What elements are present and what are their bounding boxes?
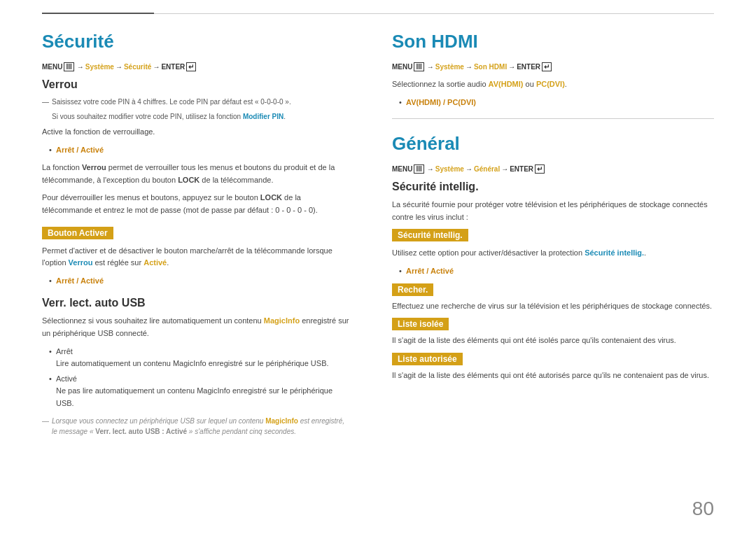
son-hdmi-menu-icon: III — [414, 62, 424, 71]
son-hdmi-menu-path: MENU III → Système → Son HDMI → ENTER ↵ — [392, 62, 714, 71]
magicinfo-link3: MagicInfo — [197, 386, 230, 395]
liste-isolee-desc: Il s'agit de la liste des éléments qui o… — [392, 335, 714, 347]
bouton-activer-bullets: Arrêt / Activé — [42, 275, 350, 288]
general-menu-path: MENU III → Système → Général → ENTER ↵ — [392, 164, 714, 174]
liste-autorisee-heading: Liste autorisée — [392, 353, 463, 365]
general-section: Général MENU III → Système → Général → E… — [392, 133, 714, 381]
verr-lect-title: Verr. lect. auto USB — [42, 297, 350, 309]
securite-intellig-link: Sécurité intellig. — [584, 248, 644, 257]
son-hdmi-system: Système — [435, 63, 464, 71]
securite-intellig-main-title: Sécurité intellig. — [392, 181, 714, 193]
right-column: Son HDMI MENU III → Système → Son HDMI →… — [392, 31, 714, 534]
verr-lect-active: Activé Ne pas lire automatiquement un co… — [49, 373, 350, 410]
verr-lect-block: Verr. lect. auto USB Sélectionnez si vou… — [42, 297, 350, 436]
verr-lect-arret-desc: Lire automatiquement un contenu MagicInf… — [56, 359, 329, 367]
main-columns: Sécurité MENU III → Système → Sécurité →… — [42, 31, 714, 534]
modifier-pin-link: Modifier PIN — [243, 113, 284, 120]
general-enter: ↵ — [535, 164, 545, 174]
bouton-arret-active: Arrêt / Activé — [49, 275, 350, 288]
line-dark — [42, 13, 154, 14]
verrou-note2: Si vous souhaitez modifier votre code PI… — [42, 111, 350, 122]
securite-intellig-desc: Utilisez cette option pour activer/désac… — [392, 247, 714, 260]
left-column: Sécurité MENU III → Système → Sécurité →… — [42, 31, 350, 534]
son-hdmi-bullets: AV(HDMI) / PC(DVI) — [392, 97, 714, 109]
verr-lect-note: Lorsque vous connectez un périphérique U… — [42, 416, 350, 437]
arrow3: → — [153, 63, 160, 71]
verr-lect-arret: Arrêt Lire automatiquement un contenu Ma… — [49, 346, 350, 370]
activé-text: Activé — [144, 258, 167, 267]
general-system: Système — [435, 165, 464, 173]
verrou-note1: Saisissez votre code PIN à 4 chiffres. L… — [42, 97, 350, 107]
recher-desc: Effectuez une recherche de virus sur la … — [392, 300, 714, 313]
securite-title: Sécurité — [42, 31, 350, 52]
menu-system: Système — [85, 63, 114, 71]
general-menu-icon: III — [414, 164, 424, 174]
bouton-activer-block: Bouton Activer Permet d'activer et de dé… — [42, 227, 350, 288]
securite-intellig-heading: Sécurité intellig. — [392, 229, 468, 241]
liste-autorisee-desc: Il s'agit de la liste des éléments qui o… — [392, 370, 714, 382]
page-container: Sécurité MENU III → Système → Sécurité →… — [0, 0, 756, 534]
magicinfo-link2: MagicInfo — [173, 359, 206, 367]
securite-intellig-main-body: La sécurité fournie pour protéger votre … — [392, 199, 714, 223]
securite-intellig-bullets: Arrêt / Activé — [392, 265, 714, 278]
verr-lect-active-desc: Ne pas lire automatiquement un contenu M… — [56, 386, 332, 407]
verrou-bullet-arret-active: Arrêt / Activé — [49, 144, 350, 157]
menu-prefix: MENU — [42, 63, 62, 71]
verr-lect-bullets: Arrêt Lire automatiquement un contenu Ma… — [42, 346, 350, 410]
securite-menu-path: MENU III → Système → Sécurité → ENTER ↵ — [42, 62, 350, 71]
menu-security: Sécurité — [124, 63, 151, 71]
active-verrouillage: Active la fonction de verrouillage. — [42, 126, 350, 139]
verrou-title: Verrou — [42, 78, 350, 91]
son-hdmi-enter: ↵ — [542, 62, 552, 71]
son-hdmi-body: Sélectionnez la sortie audio AV(HDMI) ou… — [392, 78, 714, 91]
bouton-activer-heading: Bouton Activer — [42, 227, 113, 239]
divider — [392, 118, 714, 119]
arrow1: → — [77, 63, 84, 71]
av-hdmi-text: AV(HDMI) — [489, 80, 524, 88]
magicinfo-link1: MagicInfo — [264, 316, 300, 325]
son-hdmi-bullet: AV(HDMI) / PC(DVI) — [399, 97, 714, 109]
verrou-body2: Pour déverrouiller les menus et boutons,… — [42, 192, 350, 216]
menu-icon: III — [64, 62, 74, 71]
verrou-body1: La fonction Verrou permet de verrouiller… — [42, 162, 350, 186]
general-title: Général — [392, 133, 714, 155]
son-hdmi-title: Son HDMI — [392, 31, 714, 52]
son-hdmi-block: Son HDMI MENU III → Système → Son HDMI →… — [392, 31, 714, 108]
general-link: Général — [474, 165, 500, 173]
recher-heading: Recher. — [392, 283, 433, 296]
verrou-bullet-list: Arrêt / Activé — [42, 144, 350, 157]
top-decoration — [42, 13, 714, 14]
page-number: 80 — [692, 498, 714, 520]
securite-arret-active: Arrêt / Activé — [399, 265, 714, 278]
pc-dvi-text: PC(DVI) — [536, 80, 565, 88]
verrou-block: Verrou Saisissez votre code PIN à 4 chif… — [42, 78, 350, 217]
arrow2: → — [115, 63, 122, 71]
verr-lect-body: Sélectionnez si vous souhaitez lire auto… — [42, 315, 350, 339]
verrou-bold: Verrou — [82, 163, 106, 171]
line-light — [154, 13, 714, 14]
enter-icon: ↵ — [186, 62, 196, 71]
bouton-verrou-link: Verrou — [69, 258, 93, 267]
son-hdmi-link: Son HDMI — [474, 63, 507, 71]
enter-label: ENTER — [161, 63, 185, 71]
bouton-activer-body: Permet d'activer et de désactiver le bou… — [42, 245, 350, 269]
liste-isolee-heading: Liste isolée — [392, 318, 449, 330]
